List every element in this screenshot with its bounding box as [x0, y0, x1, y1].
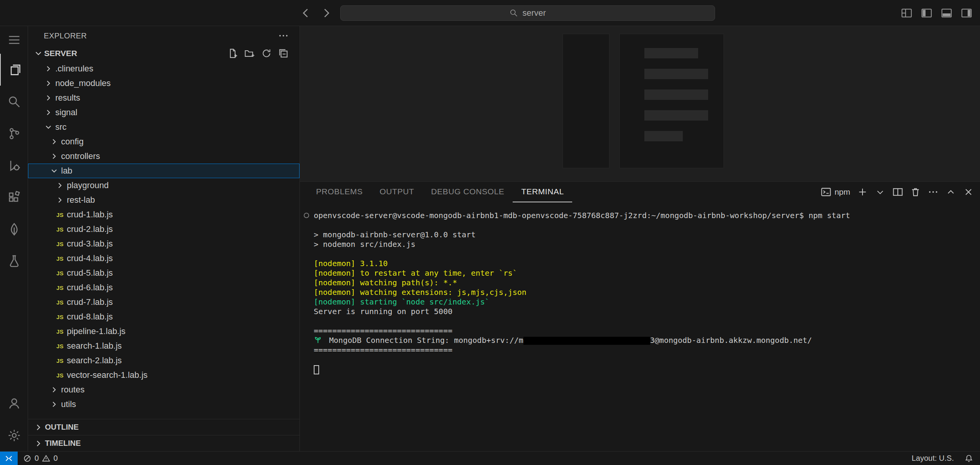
mongodb-leaf-icon[interactable]	[0, 213, 28, 245]
source-control-icon[interactable]	[0, 117, 28, 149]
views-more-actions-icon[interactable]	[278, 30, 289, 41]
close-panel-icon[interactable]	[963, 187, 974, 197]
search-value: server	[522, 8, 546, 18]
tree-item-signal[interactable]: signal	[28, 105, 300, 120]
section-label: OUTLINE	[45, 423, 79, 432]
split-terminal-icon[interactable]	[892, 187, 903, 197]
tree-item-crud-2.lab.js[interactable]: JScrud-2.lab.js	[28, 222, 300, 237]
tree-item-rest-lab[interactable]: rest-lab	[28, 193, 300, 207]
section-header-server[interactable]: SERVER	[28, 45, 300, 61]
tree-item-label: crud-4.lab.js	[67, 253, 113, 263]
maximize-panel-icon[interactable]	[945, 187, 956, 197]
chevron-right-icon	[49, 137, 60, 147]
chevron-right-icon	[33, 439, 43, 448]
new-terminal-icon[interactable]	[857, 187, 868, 197]
menu-icon[interactable]	[0, 26, 28, 54]
settings-gear-icon[interactable]	[0, 419, 28, 451]
tree-item-label: crud-8.lab.js	[67, 312, 113, 322]
remote-indicator[interactable]	[0, 452, 18, 465]
terminal-line: ==============================	[314, 345, 980, 355]
javascript-file-icon: JS	[55, 372, 65, 379]
tree-item-label: routes	[61, 385, 84, 395]
tree-item-label: controllers	[61, 151, 100, 161]
panel-tab-debug-console[interactable]: DEBUG CONSOLE	[422, 182, 513, 202]
tree-item-label: crud-2.lab.js	[67, 224, 113, 234]
lab-flask-icon[interactable]	[0, 245, 28, 277]
terminal-line: ==============================	[314, 326, 980, 336]
tree-item-crud-6.lab.js[interactable]: JScrud-6.lab.js	[28, 280, 300, 295]
terminal-line: Server is running on port 5000	[314, 307, 980, 316]
titlebar: server	[0, 0, 980, 26]
tree-item-src[interactable]: src	[28, 120, 300, 134]
terminal-line: [nodemon] watching extensions: js,mjs,cj…	[314, 288, 980, 297]
account-icon[interactable]	[0, 387, 28, 419]
panel-tab-output[interactable]: OUTPUT	[371, 182, 423, 202]
command-decoration-icon[interactable]	[304, 213, 309, 218]
explorer-icon[interactable]	[0, 54, 28, 86]
tree-item-search-2.lab.js[interactable]: JSsearch-2.lab.js	[28, 353, 300, 368]
bottom-panel: PROBLEMSOUTPUTDEBUG CONSOLETERMINAL npm	[300, 181, 980, 451]
tree-item-crud-7.lab.js[interactable]: JScrud-7.lab.js	[28, 295, 300, 309]
terminal-shell-npm[interactable]: npm	[821, 187, 850, 197]
search-icon	[509, 8, 518, 18]
tree-item-config[interactable]: config	[28, 134, 300, 149]
tree-item-crud-5.lab.js[interactable]: JScrud-5.lab.js	[28, 266, 300, 280]
new-folder-icon[interactable]	[244, 48, 255, 59]
javascript-file-icon: JS	[55, 255, 65, 262]
toggle-secondary-sidebar-icon[interactable]	[961, 7, 972, 19]
watermark-right-block	[619, 34, 724, 168]
tree-item-node-modules[interactable]: node_modules	[28, 76, 300, 91]
panel-tab-problems[interactable]: PROBLEMS	[308, 182, 371, 202]
tree-item-utils[interactable]: utils	[28, 397, 300, 412]
terminal-line: [nodemon] watching path(s): *.*	[314, 278, 980, 288]
tree-item-routes[interactable]: routes	[28, 382, 300, 397]
chevron-right-icon	[49, 385, 60, 395]
tree-item-controllers[interactable]: controllers	[28, 149, 300, 164]
kill-terminal-icon[interactable]	[910, 187, 921, 197]
section-header-outline[interactable]: OUTLINE	[28, 419, 300, 435]
redacted-credentials	[523, 337, 650, 345]
customize-layout-icon[interactable]	[901, 7, 912, 19]
section-header-timeline[interactable]: TIMELINE	[28, 435, 300, 451]
tree-item-results[interactable]: results	[28, 91, 300, 105]
search-sidebar-icon[interactable]	[0, 86, 28, 117]
notifications-bell[interactable]	[959, 452, 980, 465]
tree-item-search-1.lab.js[interactable]: JSsearch-1.lab.js	[28, 339, 300, 353]
tree-item-crud-8.lab.js[interactable]: JScrud-8.lab.js	[28, 309, 300, 324]
toggle-primary-sidebar-icon[interactable]	[921, 7, 932, 19]
error-count: 0	[35, 454, 39, 463]
tree-item-crud-1.lab.js[interactable]: JScrud-1.lab.js	[28, 207, 300, 222]
terminal-line	[314, 364, 980, 374]
tree-item-vector-search-1.lab.js[interactable]: JSvector-search-1.lab.js	[28, 368, 300, 382]
tree-item-pipeline-1.lab.js[interactable]: JSpipeline-1.lab.js	[28, 324, 300, 339]
keyboard-layout-status[interactable]: Layout: U.S.	[906, 452, 959, 465]
javascript-file-icon: JS	[55, 285, 65, 291]
tree-item-crud-4.lab.js[interactable]: JScrud-4.lab.js	[28, 251, 300, 266]
forward-arrow-icon[interactable]	[319, 6, 333, 20]
toggle-panel-icon[interactable]	[941, 7, 952, 19]
new-file-icon[interactable]	[227, 48, 238, 59]
chevron-right-icon	[43, 108, 54, 117]
panel-tab-terminal[interactable]: TERMINAL	[513, 182, 572, 202]
terminal-line: [nodemon] 3.1.10	[314, 259, 980, 268]
javascript-file-icon: JS	[55, 226, 65, 233]
more-actions-icon[interactable]	[928, 187, 939, 197]
back-arrow-icon[interactable]	[299, 6, 313, 20]
refresh-icon[interactable]	[261, 48, 272, 59]
tree-item-.clinerules[interactable]: .clinerules	[28, 61, 300, 76]
tree-item-playground[interactable]: playground	[28, 178, 300, 193]
command-center-search[interactable]: server	[340, 5, 715, 21]
terminal-icon	[821, 187, 831, 197]
run-debug-icon[interactable]	[0, 149, 28, 181]
terminal-line: > mongodb-airbnb-server@1.0.0 start	[314, 230, 980, 240]
terminal-dropdown-icon[interactable]	[875, 187, 886, 197]
tree-item-lab[interactable]: lab	[28, 164, 300, 178]
collapse-all-icon[interactable]	[278, 48, 289, 59]
tree-item-crud-3.lab.js[interactable]: JScrud-3.lab.js	[28, 237, 300, 251]
terminal-output[interactable]: openvscode-server@vscode-mongodb-airbnb1…	[300, 202, 980, 451]
problems-status[interactable]: 0 0	[18, 452, 63, 465]
tree-item-label: src	[55, 122, 66, 132]
explorer-sidebar: EXPLORER SERVER	[28, 26, 300, 451]
tree-item-label: crud-5.lab.js	[67, 268, 113, 278]
extensions-icon[interactable]	[0, 181, 28, 213]
